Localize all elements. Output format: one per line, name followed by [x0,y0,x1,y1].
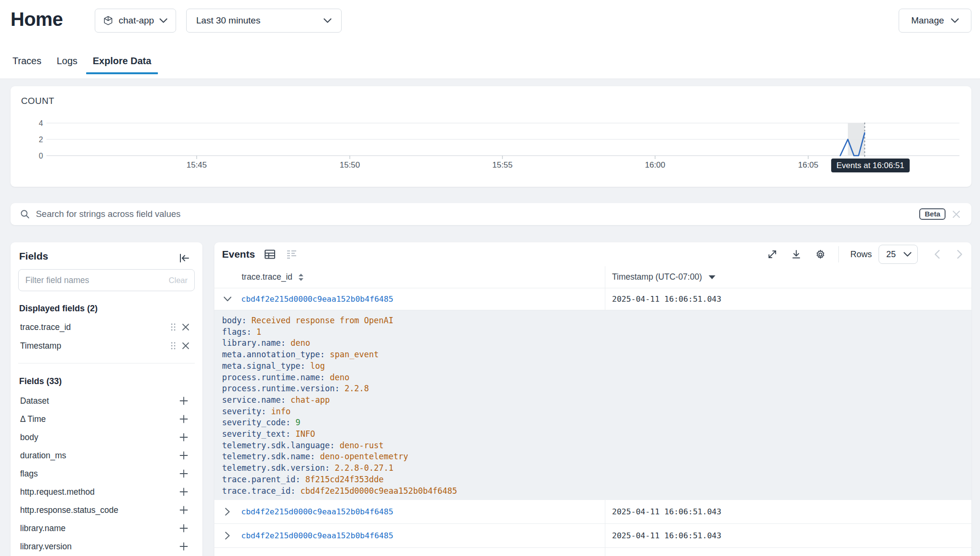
detail-key: severity_text [222,429,296,439]
chevron-down-icon [951,18,959,23]
field-list-item[interactable]: flags [11,465,202,483]
event-row[interactable]: cbd4f2e215d0000c9eaa152b0b4f6485 2025-04… [214,500,971,524]
field-filter-clear-button[interactable]: Clear [169,276,188,285]
manage-button-label: Manage [911,15,944,26]
collapse-panel-icon[interactable] [178,253,190,263]
field-list-item[interactable]: body [11,428,202,446]
field-list-item[interactable]: library.name [11,519,202,537]
rows-per-page-select[interactable]: 25 [879,245,918,264]
drag-handle-icon[interactable] [167,340,179,352]
field-name: library.version [20,542,178,552]
detail-line: severity_code9 [222,417,971,429]
beta-badge: Beta [919,208,946,220]
chart-tooltip: Events at 16:06:51 [831,159,910,172]
y-tick-4: 4 [39,119,43,127]
table-view-icon[interactable] [264,249,276,260]
displayed-field-name: Timestamp [20,341,167,351]
divider [18,363,195,363]
detail-value: 2.2.8-0.27.1 [334,463,393,473]
all-fields-header: Fields (33) [19,376,62,386]
chevron-down-icon [159,18,167,23]
remove-field-icon[interactable] [179,340,192,352]
field-list-item[interactable]: duration_ms [11,446,202,465]
detail-key: telemetry.sdk.version [222,463,334,473]
x-tick-1550: 15:50 [340,160,360,170]
detail-line: severity_textINFO [222,429,971,440]
expand-row-icon[interactable] [221,530,234,542]
add-field-icon[interactable] [178,467,190,480]
column-header-timestamp[interactable]: Timestamp (UTC-07:00) [605,266,971,288]
manage-button[interactable]: Manage [899,9,971,33]
expand-panel-icon[interactable] [767,249,778,260]
detail-line: service.namechat-app [222,395,971,406]
add-field-icon[interactable] [178,431,190,443]
field-list-item[interactable]: http.response.status_code [11,501,202,519]
list-view-icon[interactable] [286,249,298,260]
add-field-icon[interactable] [178,449,190,462]
event-row[interactable] [214,548,971,556]
trace-id-link[interactable]: cbd4f2e215d0000c9eaa152b0b4f6485 [241,295,393,304]
detail-key: process.runtime.name [222,373,330,382]
prev-page-icon[interactable] [934,250,940,259]
tab-logs[interactable]: Logs [50,52,84,74]
detail-line: meta.annotation_typespan_event [222,349,971,361]
field-name: library.name [20,523,178,533]
column-header-trace-id[interactable]: trace.trace_id [214,266,605,288]
detail-key: telemetry.sdk.name [222,452,320,461]
trace-id-link[interactable]: cbd4f2e215d0000c9eaa152b0b4f6485 [241,531,393,540]
event-row[interactable]: cbd4f2e215d0000c9eaa152b0b4f6485 2025-04… [214,524,971,548]
field-list-item[interactable]: Δ Time [11,410,202,428]
add-field-icon[interactable] [178,486,190,498]
displayed-field-row: trace.trace_id [11,318,202,336]
collapse-row-icon[interactable] [221,293,234,306]
detail-key: flags [222,327,256,337]
column-menu-caret-icon[interactable] [709,275,715,279]
detail-value: cbd4f2e215d0000c9eaa152b0b4f6485 [301,486,457,496]
field-list-item[interactable]: http.request.method [11,483,202,501]
add-field-icon[interactable] [178,540,190,553]
dataset-selector[interactable]: chat-app [95,9,176,33]
clear-search-icon[interactable] [952,210,961,219]
next-page-icon[interactable] [957,250,963,259]
timestamp-cell: 2025-04-11 16:06:51.043 [612,507,721,516]
detail-key: trace.trace_id [222,486,301,496]
field-filter-input[interactable] [25,275,169,285]
search-icon [20,209,30,219]
remove-field-icon[interactable] [179,321,192,333]
dataset-selector-label: chat-app [119,15,154,26]
count-chart-plot[interactable]: 4 2 0 15:45 15:50 15:55 16:00 16:05 [11,86,971,187]
add-field-icon[interactable] [178,504,190,516]
trace-id-link[interactable]: cbd4f2e215d0000c9eaa152b0b4f6485 [241,507,393,516]
detail-line: telemetry.sdk.namedeno-opentelemetry [222,451,971,463]
detail-value: 2.2.8 [345,384,369,393]
drag-handle-icon[interactable] [167,321,179,333]
add-field-icon[interactable] [178,522,190,534]
field-list-item[interactable]: Dataset [11,392,202,410]
top-header: Home chat-app Last 30 minutes Manage Tra… [0,0,980,79]
download-icon[interactable] [791,249,802,260]
detail-value: Received response from OpenAI [251,316,393,325]
expand-row-icon[interactable] [221,506,234,518]
detail-key: process.runtime.version [222,384,345,393]
field-name: Dataset [20,396,178,406]
time-range-selector[interactable]: Last 30 minutes [186,9,342,33]
detail-line: flags1 [222,327,971,338]
detail-line: severityinfo [222,406,971,418]
time-range-label: Last 30 minutes [196,15,323,26]
add-field-icon[interactable] [178,395,190,407]
detail-value: chat-app [290,395,330,405]
events-controls: Rows 25 [767,245,963,264]
field-list-item[interactable]: library.version [11,537,202,556]
tab-explore-data[interactable]: Explore Data [86,52,158,74]
search-input[interactable] [36,209,913,219]
count-chart-card: COUNT 4 2 0 15:45 15:50 15:55 16:00 16:0… [11,86,971,187]
event-row[interactable]: cbd4f2e215d0000c9eaa152b0b4f6485 2025-04… [214,288,971,310]
sort-icon[interactable] [298,273,304,281]
tab-traces[interactable]: Traces [6,52,48,74]
page-title: Home [11,9,63,30]
settings-gear-icon[interactable] [815,249,826,260]
displayed-field-name: trace.trace_id [20,322,167,332]
chevron-down-icon [903,252,912,257]
add-field-icon[interactable] [178,413,190,425]
detail-key: trace.parent_id [222,475,305,484]
